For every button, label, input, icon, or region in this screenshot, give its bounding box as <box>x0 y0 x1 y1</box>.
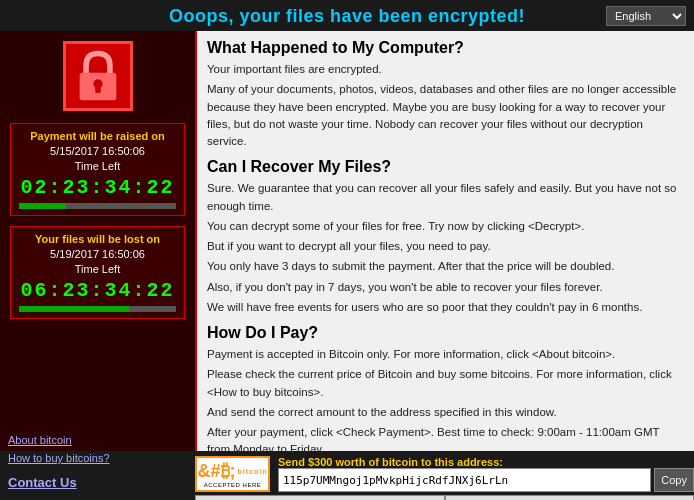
payment-progress-bar <box>19 203 176 209</box>
files-lost-date: 5/19/2017 16:50:06 <box>19 248 176 260</box>
payment-progress-fill <box>19 203 66 209</box>
bitcoin-symbol: &#₿; <box>198 461 236 482</box>
payment-timer: 02:23:34:22 <box>19 176 176 199</box>
address-row: Copy <box>278 468 694 492</box>
left-links: About bitcoin How to buy bitcoins? <box>8 434 110 464</box>
section2-p6: We will have free events for users who a… <box>207 299 684 316</box>
section3-heading: How Do I Pay? <box>207 324 684 342</box>
payment-label: Send $300 worth of bitcoin to this addre… <box>278 456 686 468</box>
right-panel: What Happened to My Computer? Your impor… <box>195 31 694 451</box>
header: Ooops, your files have been encrypted! E… <box>0 0 694 31</box>
lock-icon <box>73 49 123 104</box>
section1-p1: Your important files are encrypted. <box>207 61 684 78</box>
section3-p1: Payment is accepted in Bitcoin only. For… <box>207 346 684 363</box>
section1-heading: What Happened to My Computer? <box>207 39 684 57</box>
svg-rect-2 <box>95 85 101 92</box>
payment-raised-date: 5/15/2017 16:50:06 <box>19 145 176 157</box>
payment-raised-box: Payment will be raised on 5/15/2017 16:5… <box>10 123 185 216</box>
about-bitcoin-link[interactable]: About bitcoin <box>8 434 110 446</box>
bitcoin-logo: &#₿; bitcoin ACCEPTED HERE <box>195 456 270 492</box>
files-timer: 06:23:34:22 <box>19 279 176 302</box>
copy-button[interactable]: Copy <box>654 468 694 492</box>
lock-icon-container <box>63 41 133 111</box>
payment-raised-title: Payment will be raised on <box>19 130 176 142</box>
bitcoin-accepted-text: ACCEPTED HERE <box>204 482 262 488</box>
section2-p4: You only have 3 days to submit the payme… <box>207 258 684 275</box>
section2-p5: Also, if you don't pay in 7 days, you wo… <box>207 279 684 296</box>
files-lost-box: Your files will be lost on 5/19/2017 16:… <box>10 226 185 319</box>
bitcoin-address-input[interactable] <box>278 468 651 492</box>
header-title: Ooops, your files have been encrypted! <box>169 6 525 26</box>
decrypt-button[interactable]: Decrypt <box>445 495 695 500</box>
files-time-left-label: Time Left <box>19 263 176 275</box>
section2-p2: You can decrypt some of your files for f… <box>207 218 684 235</box>
address-section: Send $300 worth of bitcoin to this addre… <box>278 456 694 492</box>
section2-p1: Sure. We guarantee that you can recover … <box>207 180 684 215</box>
how-to-buy-link[interactable]: How to buy bitcoins? <box>8 452 110 464</box>
payment-time-left-label: Time Left <box>19 160 176 172</box>
section2-heading: Can I Recover My Files? <box>207 158 684 176</box>
section3-p4: After your payment, click <Check Payment… <box>207 424 684 451</box>
files-progress-fill <box>19 306 129 312</box>
language-select[interactable]: English <box>606 6 686 26</box>
section1-p2: Many of your documents, photos, videos, … <box>207 81 684 150</box>
section2-p3: But if you want to decrypt all your file… <box>207 238 684 255</box>
bitcoin-brand-text: bitcoin <box>238 468 268 475</box>
section3-p3: And send the correct amount to the addre… <box>207 404 684 421</box>
check-payment-button[interactable]: Check Payment <box>195 495 445 500</box>
contact-us-link[interactable]: Contact Us <box>8 475 77 490</box>
section3-p2: Please check the current price of Bitcoi… <box>207 366 684 401</box>
main-content: Payment will be raised on 5/15/2017 16:5… <box>0 31 694 451</box>
files-progress-bar <box>19 306 176 312</box>
left-panel: Payment will be raised on 5/15/2017 16:5… <box>0 31 195 451</box>
files-lost-title: Your files will be lost on <box>19 233 176 245</box>
action-buttons: Check Payment Decrypt <box>195 495 694 500</box>
